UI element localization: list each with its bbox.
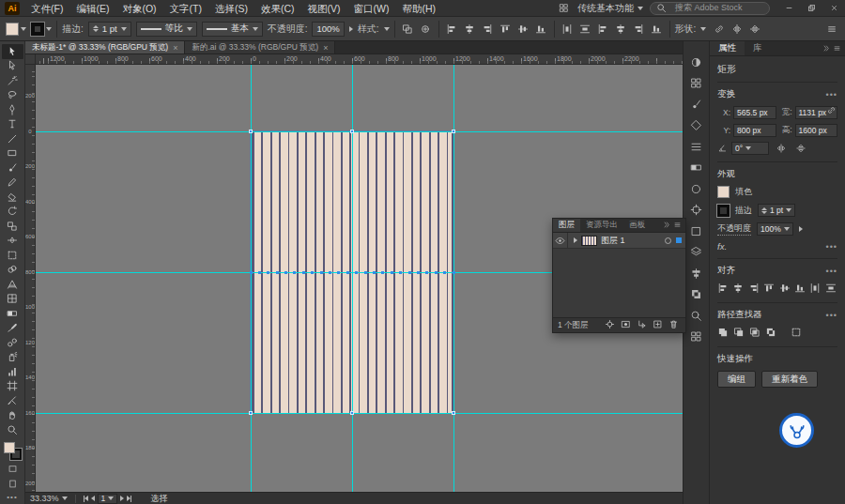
minimize-button[interactable] <box>777 0 800 17</box>
opacity-field[interactable]: 100% <box>757 222 793 236</box>
anchor-point[interactable] <box>350 411 354 415</box>
layer-row[interactable]: 图层 1 <box>553 233 685 249</box>
menu-item[interactable]: 视图(V) <box>301 0 347 17</box>
stroke-color-picker[interactable] <box>31 23 52 36</box>
shape-dropdown-icon[interactable] <box>700 27 706 31</box>
edit-toolbar-button[interactable]: ••• <box>7 493 17 501</box>
rotation-field[interactable]: 0° <box>731 142 769 155</box>
stroke-label[interactable]: 描边 <box>735 205 752 217</box>
appearance-panel-icon[interactable] <box>689 204 703 217</box>
pf-minus-icon[interactable] <box>733 327 746 340</box>
new-sublayer-icon[interactable] <box>637 319 649 331</box>
gradient-panel-icon[interactable] <box>689 161 703 175</box>
menu-item[interactable]: 选择(S) <box>208 0 254 17</box>
stepper-icon[interactable] <box>761 207 767 214</box>
style-dropdown-icon[interactable] <box>384 27 390 31</box>
magic-wand-tool[interactable] <box>2 73 23 88</box>
layers-panel-icon[interactable] <box>689 246 703 259</box>
collapse-panel-icon[interactable] <box>822 43 830 54</box>
panel-menu-icon[interactable] <box>673 221 682 231</box>
tab-artboards[interactable]: 画板 <box>623 219 651 232</box>
anchor-point[interactable] <box>346 271 349 274</box>
align-middle-v-icon[interactable] <box>515 22 531 37</box>
screen-mode-button[interactable] <box>2 478 23 490</box>
anchor-point[interactable] <box>443 271 446 274</box>
anchor-point[interactable] <box>337 271 340 274</box>
fill-color-picker[interactable] <box>6 23 26 36</box>
anchor-point[interactable] <box>293 271 296 274</box>
navigator-panel-icon[interactable] <box>689 309 703 322</box>
vertical-ruler[interactable]: 2000200400600800100012001400160018002000 <box>25 65 36 492</box>
menu-item[interactable]: 效果(C) <box>254 0 301 17</box>
align-bottom-icon[interactable] <box>794 283 807 296</box>
pf-exclude-icon[interactable] <box>765 327 778 340</box>
delete-selection-icon[interactable] <box>668 319 681 331</box>
tab-libraries[interactable]: 库 <box>745 41 771 55</box>
anchor-point[interactable] <box>435 271 438 274</box>
anchor-point[interactable] <box>249 411 253 415</box>
horizontal-ruler[interactable]: 1200100080060040020002004006008001000120… <box>36 54 683 65</box>
selection-color-chip[interactable] <box>676 237 682 243</box>
anchor-point[interactable] <box>391 271 393 274</box>
width-profile-dropdown[interactable]: 等比 <box>136 22 197 37</box>
distribute-dist-h-icon[interactable] <box>560 22 576 37</box>
zoom-control[interactable]: 33.33% <box>30 494 68 503</box>
hand-tool[interactable] <box>2 408 23 423</box>
anchor-point[interactable] <box>453 271 455 274</box>
menu-item[interactable]: 对象(O) <box>115 0 162 17</box>
document-tab-1[interactable]: 未标题-1* @ 33.33% (RGB/GPU 预览)× <box>25 41 185 53</box>
collapse-panel-icon[interactable] <box>662 221 670 231</box>
opacity-field[interactable]: 100% <box>312 22 344 37</box>
more-options-icon[interactable]: ••• <box>826 313 837 318</box>
fill-label[interactable]: 填色 <box>735 186 752 198</box>
link-icon[interactable] <box>711 22 727 37</box>
more-options-icon[interactable]: ••• <box>826 244 837 250</box>
align-middle-v-icon[interactable] <box>779 283 791 296</box>
illustrator-logo[interactable]: Ai <box>5 2 20 15</box>
align-left-icon[interactable] <box>444 22 460 37</box>
next-artboard-button[interactable] <box>120 496 124 501</box>
zoom-tool[interactable] <box>2 422 23 437</box>
align-center-h-icon[interactable] <box>732 283 745 296</box>
pathfinder-panel-panel-icon[interactable] <box>689 288 703 301</box>
anchor-point[interactable] <box>302 271 305 274</box>
stepper-icon[interactable] <box>93 25 99 32</box>
flip-vertical-icon[interactable] <box>795 143 808 155</box>
workspace-switcher[interactable]: 传统基本功能 <box>552 1 650 16</box>
anchor-point[interactable] <box>276 271 279 274</box>
pf-intersect-icon[interactable] <box>749 327 762 340</box>
distribute-align-center-h-icon[interactable] <box>613 22 629 37</box>
distribute-align-left-icon[interactable] <box>595 22 611 37</box>
color-panel-icon[interactable] <box>689 55 703 69</box>
eyedropper-tool[interactable] <box>2 321 23 336</box>
flip-horizontal-icon[interactable] <box>776 143 789 155</box>
mesh-tool[interactable] <box>2 292 23 307</box>
anchor-point[interactable] <box>320 271 323 274</box>
distribute-align-bottom-icon[interactable] <box>649 22 665 37</box>
align-right-icon[interactable] <box>748 283 760 296</box>
scale-tool[interactable] <box>2 219 23 234</box>
perspective-grid-tool[interactable] <box>2 277 23 292</box>
anchor-point[interactable] <box>311 271 314 274</box>
effects-button[interactable]: fx. <box>717 241 727 252</box>
fill-stroke-proxy[interactable] <box>4 442 22 460</box>
stroke-color-swatch[interactable] <box>717 205 730 217</box>
artboard-number-field[interactable]: 1 <box>98 494 118 504</box>
align-panel-panel-icon[interactable] <box>689 267 703 280</box>
stock-search-input[interactable]: 搜索 Adobe Stock <box>650 2 770 15</box>
column-graph-tool[interactable] <box>2 364 23 379</box>
anchor-point[interactable] <box>329 271 331 274</box>
isolate-icon[interactable] <box>418 22 434 37</box>
tab-close-icon[interactable]: × <box>173 43 177 53</box>
anchor-point[interactable] <box>373 271 376 274</box>
expand-chevron-icon[interactable] <box>574 237 577 243</box>
artboard-tool[interactable] <box>2 379 23 394</box>
anchor-point[interactable] <box>452 411 455 415</box>
y-field[interactable]: 800 px <box>733 124 776 137</box>
locate-object-icon[interactable] <box>605 319 617 331</box>
graphic-styles-panel-icon[interactable] <box>689 224 703 237</box>
pen-tool[interactable] <box>2 102 23 117</box>
anchor-point[interactable] <box>350 130 354 133</box>
menu-item[interactable]: 帮助(H) <box>396 0 443 17</box>
guide-horizontal[interactable] <box>36 131 683 132</box>
